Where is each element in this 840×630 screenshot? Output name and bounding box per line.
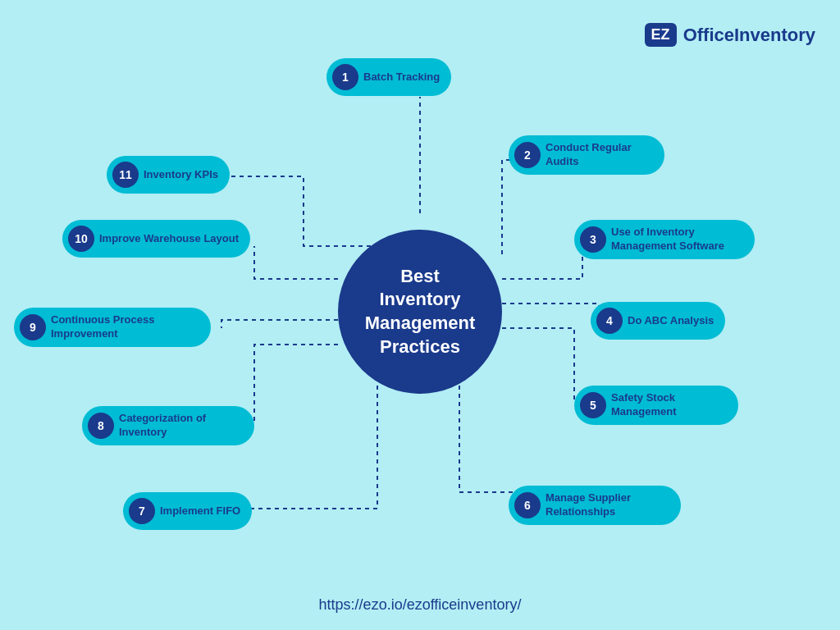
badge-5: 5 (580, 392, 606, 418)
label-11: Inventory KPIs (144, 168, 218, 182)
label-9: Continuous Process Improvement (51, 313, 199, 341)
item-5: 5 Safety Stock Management (574, 386, 738, 425)
center-circle: Best Inventory Management Practices (338, 230, 502, 394)
label-10: Improve Warehouse Layout (99, 232, 239, 246)
item-3: 3 Use of Inventory Management Software (574, 220, 755, 259)
item-6: 6 Manage Supplier Relationships (509, 486, 681, 525)
badge-9: 9 (20, 314, 46, 340)
label-5: Safety Stock Management (611, 391, 727, 419)
badge-8: 8 (88, 413, 114, 439)
item-10: 10 Improve Warehouse Layout (62, 220, 250, 258)
badge-1: 1 (332, 64, 358, 90)
badge-11: 11 (112, 162, 139, 188)
badge-7: 7 (129, 498, 155, 524)
item-11: 11 Inventory KPIs (107, 156, 230, 194)
badge-3: 3 (580, 226, 606, 253)
badge-6: 6 (514, 492, 541, 518)
label-2: Conduct Regular Audits (546, 141, 653, 169)
badge-4: 4 (596, 308, 623, 334)
item-7: 7 Implement FIFO (123, 492, 252, 530)
item-4: 4 Do ABC Analysis (591, 302, 725, 340)
footer-url: https://ezo.io/ezofficeinventory/ (319, 596, 522, 614)
item-1: 1 Batch Tracking (326, 58, 451, 96)
label-6: Manage Supplier Relationships (546, 491, 669, 519)
label-1: Batch Tracking (363, 71, 440, 84)
badge-2: 2 (514, 142, 541, 168)
label-8: Categorization of Inventory (119, 412, 243, 440)
item-9: 9 Continuous Process Improvement (14, 308, 211, 347)
logo-text: OfficeInventory (683, 25, 815, 46)
item-2: 2 Conduct Regular Audits (509, 135, 664, 175)
item-8: 8 Categorization of Inventory (82, 406, 254, 445)
logo-area: EZ OfficeInventory (645, 23, 815, 47)
label-7: Implement FIFO (160, 504, 240, 518)
label-4: Do ABC Analysis (628, 314, 714, 328)
badge-10: 10 (68, 226, 94, 252)
label-3: Use of Inventory Management Software (611, 226, 743, 253)
logo-box: EZ (645, 23, 677, 47)
